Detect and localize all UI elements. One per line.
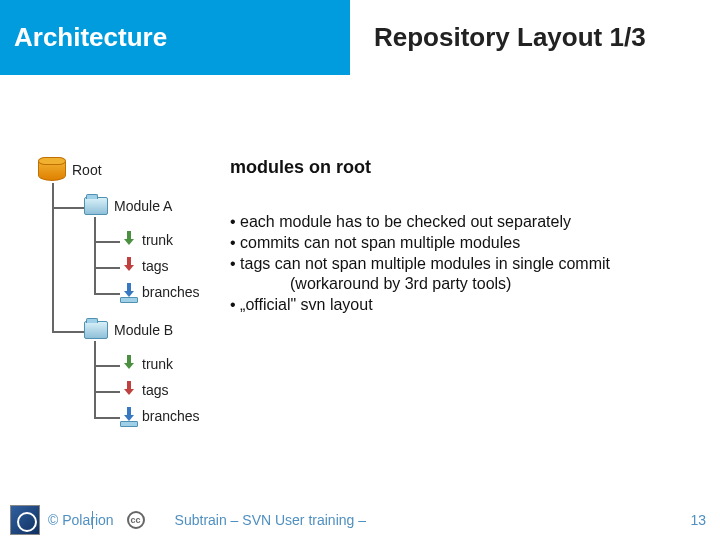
tree-line (94, 365, 120, 367)
tree-line (94, 217, 96, 295)
tags-icon (122, 257, 136, 275)
bullet-item: • tags can not span multiple modules in … (230, 254, 700, 275)
node-label: branches (142, 284, 200, 300)
tree-line (52, 331, 84, 333)
node-label: tags (142, 382, 168, 398)
polarion-logo (10, 505, 40, 535)
tree-line (94, 241, 120, 243)
tree-line (94, 267, 120, 269)
header-section-bg: Architecture (0, 0, 350, 75)
node-label: Module A (114, 198, 172, 214)
trunk-icon (122, 355, 136, 373)
tree-line (52, 183, 54, 331)
branches-icon (122, 407, 136, 425)
folder-icon (84, 321, 108, 339)
node-label: trunk (142, 356, 173, 372)
footer-copyright: © Polarion (48, 512, 114, 528)
tree-node-trunk: trunk (122, 355, 173, 373)
cc-icon: cc (127, 511, 145, 529)
node-label: Root (72, 162, 102, 178)
header-title-bg: Repository Layout 1/3 (350, 0, 720, 75)
tree-node-root: Root (38, 157, 102, 183)
page-number: 13 (690, 512, 706, 528)
tree-line (94, 391, 120, 393)
subtitle: modules on root (230, 157, 700, 178)
bullet-item: • commits can not span multiple modules (230, 233, 700, 254)
tags-icon (122, 381, 136, 399)
node-label: Module B (114, 322, 173, 338)
content-area: Root Module A trunk tags branches Module… (0, 75, 720, 457)
tree-node-tags: tags (122, 257, 168, 275)
footer-separator (92, 511, 93, 529)
tree-node-module-a: Module A (84, 197, 172, 215)
tree-node-trunk: trunk (122, 231, 173, 249)
tree-node-module-b: Module B (84, 321, 173, 339)
tree-line (52, 207, 84, 209)
node-label: tags (142, 258, 168, 274)
slide-header: Architecture Repository Layout 1/3 (0, 0, 720, 75)
slide-title: Repository Layout 1/3 (374, 22, 646, 53)
tree-line (94, 417, 120, 419)
tree-line (94, 341, 96, 419)
footer-training-label: Subtrain – SVN User training – (175, 512, 366, 528)
tree-node-branches: branches (122, 407, 200, 425)
tree-diagram: Root Module A trunk tags branches Module… (38, 157, 230, 457)
section-title: Architecture (14, 22, 167, 53)
bullet-subitem: (workaround by 3rd party tools) (230, 274, 700, 295)
main-text: modules on root • each module has to be … (230, 157, 720, 457)
branches-icon (122, 283, 136, 301)
bullet-item: • each module has to be checked out sepa… (230, 212, 700, 233)
database-icon (38, 157, 66, 183)
trunk-icon (122, 231, 136, 249)
slide-footer: © Polarion cc Subtrain – SVN User traini… (0, 500, 720, 540)
node-label: trunk (142, 232, 173, 248)
node-label: branches (142, 408, 200, 424)
bullet-item: • „official" svn layout (230, 295, 700, 316)
tree-node-branches: branches (122, 283, 200, 301)
folder-icon (84, 197, 108, 215)
tree-node-tags: tags (122, 381, 168, 399)
tree-line (94, 293, 120, 295)
